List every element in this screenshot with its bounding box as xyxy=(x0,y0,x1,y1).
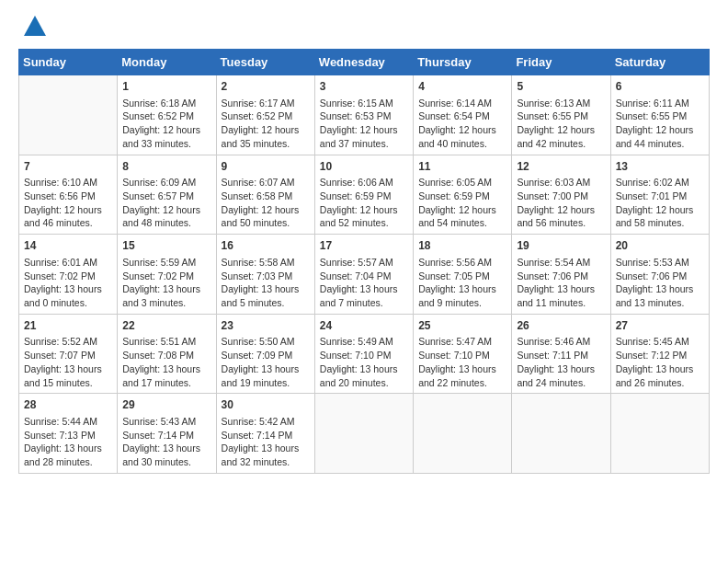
day-info: and 40 minutes. xyxy=(418,137,506,151)
day-info: Daylight: 12 hours xyxy=(122,203,210,217)
day-number: 27 xyxy=(616,318,704,334)
day-info: and 46 minutes. xyxy=(24,216,112,230)
day-info: and 52 minutes. xyxy=(320,216,408,230)
weekday-header: Tuesday xyxy=(216,50,314,75)
day-number: 4 xyxy=(418,79,506,95)
day-info: and 50 minutes. xyxy=(222,216,310,230)
calendar-cell: 19Sunrise: 5:54 AMSunset: 7:06 PMDayligh… xyxy=(512,235,610,315)
day-info: Daylight: 13 hours xyxy=(122,362,210,376)
calendar-cell: 25Sunrise: 5:47 AMSunset: 7:10 PMDayligh… xyxy=(414,314,512,394)
day-info: Sunset: 7:12 PM xyxy=(616,349,704,362)
day-info: and 15 minutes. xyxy=(24,376,112,390)
day-info: Sunset: 7:07 PM xyxy=(24,349,112,362)
calendar-cell: 2Sunrise: 6:17 AMSunset: 6:52 PMDaylight… xyxy=(216,75,314,155)
day-info: Daylight: 13 hours xyxy=(320,282,408,296)
day-info: Sunset: 6:55 PM xyxy=(517,109,605,123)
day-info: Daylight: 13 hours xyxy=(418,362,506,376)
day-number: 1 xyxy=(122,79,210,95)
calendar-cell: 23Sunrise: 5:50 AMSunset: 7:09 PMDayligh… xyxy=(216,314,314,394)
calendar-cell: 27Sunrise: 5:45 AMSunset: 7:12 PMDayligh… xyxy=(610,314,709,394)
day-info: Sunset: 7:10 PM xyxy=(320,349,408,362)
day-info: Daylight: 12 hours xyxy=(24,203,112,217)
day-info: and 3 minutes. xyxy=(122,296,210,310)
day-info: Daylight: 13 hours xyxy=(122,282,210,296)
calendar-cell: 3Sunrise: 6:15 AMSunset: 6:53 PMDaylight… xyxy=(314,75,413,155)
day-info: Sunrise: 6:17 AM xyxy=(222,97,310,110)
day-info: Sunrise: 5:57 AM xyxy=(320,256,408,270)
day-info: and 58 minutes. xyxy=(616,216,704,230)
weekday-header: Thursday xyxy=(414,50,512,75)
day-info: and 56 minutes. xyxy=(517,216,605,230)
day-info: Sunset: 6:55 PM xyxy=(616,109,704,123)
day-info: and 35 minutes. xyxy=(222,137,310,151)
day-info: and 30 minutes. xyxy=(122,455,210,469)
day-info: Sunset: 7:09 PM xyxy=(222,349,310,362)
svg-marker-0 xyxy=(24,16,46,36)
calendar-cell xyxy=(414,394,512,474)
day-info: Daylight: 12 hours xyxy=(616,123,704,137)
day-number: 9 xyxy=(222,159,310,175)
day-info: Daylight: 12 hours xyxy=(517,123,605,137)
calendar-week-row: 28Sunrise: 5:44 AMSunset: 7:13 PMDayligh… xyxy=(19,394,710,474)
day-info: Sunset: 7:14 PM xyxy=(222,429,310,442)
calendar-cell: 16Sunrise: 5:58 AMSunset: 7:03 PMDayligh… xyxy=(216,235,314,315)
calendar-cell xyxy=(314,394,413,474)
day-number: 23 xyxy=(222,318,310,334)
calendar-cell: 15Sunrise: 5:59 AMSunset: 7:02 PMDayligh… xyxy=(118,235,216,315)
calendar-cell: 18Sunrise: 5:56 AMSunset: 7:05 PMDayligh… xyxy=(414,235,512,315)
day-info: Sunset: 7:13 PM xyxy=(24,429,112,442)
day-info: Sunrise: 5:59 AM xyxy=(122,256,210,270)
calendar-cell: 26Sunrise: 5:46 AMSunset: 7:11 PMDayligh… xyxy=(512,314,610,394)
day-number: 6 xyxy=(616,79,704,95)
weekday-header: Monday xyxy=(118,50,216,75)
day-info: and 19 minutes. xyxy=(222,376,310,390)
day-info: Daylight: 13 hours xyxy=(222,362,310,376)
day-info: Sunrise: 6:13 AM xyxy=(517,97,605,110)
day-info: Sunrise: 5:46 AM xyxy=(517,335,605,349)
day-info: Sunset: 7:00 PM xyxy=(517,190,605,203)
day-info: Daylight: 13 hours xyxy=(24,282,112,296)
calendar-cell: 11Sunrise: 6:05 AMSunset: 6:59 PMDayligh… xyxy=(414,155,512,235)
weekday-header-row: SundayMondayTuesdayWednesdayThursdayFrid… xyxy=(19,50,710,75)
day-info: Sunrise: 6:10 AM xyxy=(24,176,112,190)
day-number: 17 xyxy=(320,238,408,254)
day-info: Sunset: 7:08 PM xyxy=(122,349,210,362)
day-info: Sunrise: 5:49 AM xyxy=(320,335,408,349)
day-number: 18 xyxy=(418,238,506,254)
calendar-cell xyxy=(610,394,709,474)
day-number: 21 xyxy=(24,318,112,334)
day-info: Daylight: 12 hours xyxy=(418,203,506,217)
day-info: and 17 minutes. xyxy=(122,376,210,390)
day-number: 28 xyxy=(24,397,112,413)
calendar-cell: 13Sunrise: 6:02 AMSunset: 7:01 PMDayligh… xyxy=(610,155,709,235)
day-number: 22 xyxy=(122,318,210,334)
calendar-week-row: 14Sunrise: 6:01 AMSunset: 7:02 PMDayligh… xyxy=(19,235,710,315)
day-number: 10 xyxy=(320,159,408,175)
day-info: and 48 minutes. xyxy=(122,216,210,230)
day-info: Sunrise: 5:47 AM xyxy=(418,335,506,349)
day-info: Sunset: 7:11 PM xyxy=(517,349,605,362)
day-info: Daylight: 12 hours xyxy=(320,123,408,137)
day-info: Sunset: 6:59 PM xyxy=(320,190,408,203)
day-info: Sunrise: 6:09 AM xyxy=(122,176,210,190)
day-info: Daylight: 12 hours xyxy=(418,123,506,137)
calendar-cell xyxy=(19,75,118,155)
day-info: Sunrise: 5:58 AM xyxy=(222,256,310,270)
day-number: 13 xyxy=(616,159,704,175)
calendar-cell: 14Sunrise: 6:01 AMSunset: 7:02 PMDayligh… xyxy=(19,235,118,315)
day-info: and 54 minutes. xyxy=(418,216,506,230)
day-info: and 13 minutes. xyxy=(616,296,704,310)
day-info: Sunrise: 6:05 AM xyxy=(418,176,506,190)
day-info: Sunset: 6:54 PM xyxy=(418,109,506,123)
day-info: and 9 minutes. xyxy=(418,296,506,310)
day-info: Sunset: 6:59 PM xyxy=(418,190,506,203)
day-info: and 28 minutes. xyxy=(24,455,112,469)
day-number: 11 xyxy=(418,159,506,175)
calendar-cell: 12Sunrise: 6:03 AMSunset: 7:00 PMDayligh… xyxy=(512,155,610,235)
day-number: 25 xyxy=(418,318,506,334)
day-info: Sunrise: 5:42 AM xyxy=(222,415,310,429)
day-info: Sunset: 6:53 PM xyxy=(320,109,408,123)
day-info: Sunrise: 5:54 AM xyxy=(517,256,605,270)
day-info: Daylight: 13 hours xyxy=(122,442,210,455)
calendar-cell: 7Sunrise: 6:10 AMSunset: 6:56 PMDaylight… xyxy=(19,155,118,235)
